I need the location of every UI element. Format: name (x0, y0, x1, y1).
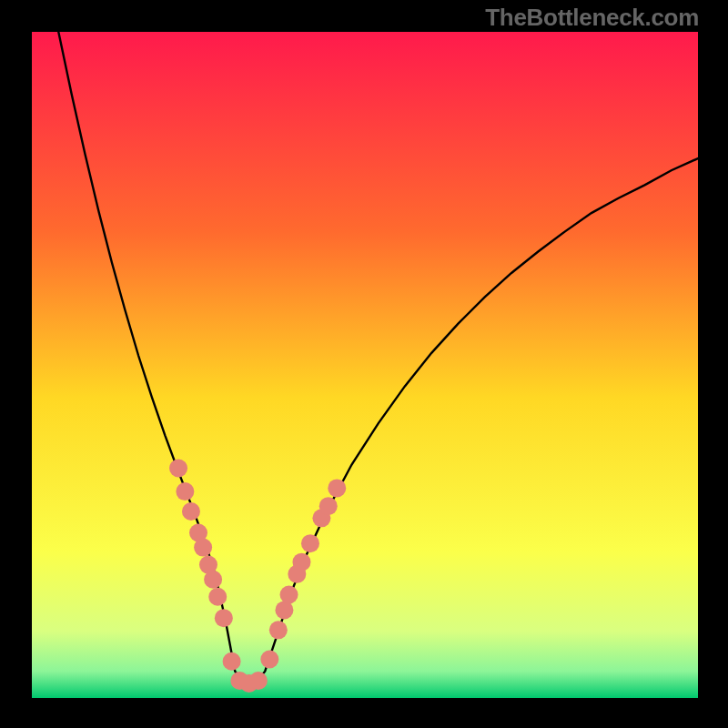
marker-dot (182, 502, 200, 521)
gradient-background (32, 32, 698, 698)
marker-dot (269, 621, 288, 639)
chart-svg (32, 32, 698, 698)
marker-dot (176, 482, 194, 500)
marker-dot (223, 652, 241, 671)
marker-dot (249, 672, 268, 690)
marker-dot (319, 497, 338, 515)
marker-dot (215, 609, 233, 627)
marker-dot (275, 601, 293, 619)
marker-dot (328, 479, 346, 497)
marker-dot (280, 586, 298, 604)
marker-dot (204, 571, 222, 589)
marker-dot (169, 459, 187, 477)
chart-plot-area (32, 32, 698, 698)
marker-dot (208, 588, 227, 606)
chart-frame (29, 29, 701, 701)
marker-dot (301, 534, 319, 552)
watermark-text: TheBottleneck.com (485, 4, 699, 32)
marker-dot (292, 553, 310, 571)
marker-dot (260, 651, 278, 669)
marker-dot (194, 539, 212, 557)
